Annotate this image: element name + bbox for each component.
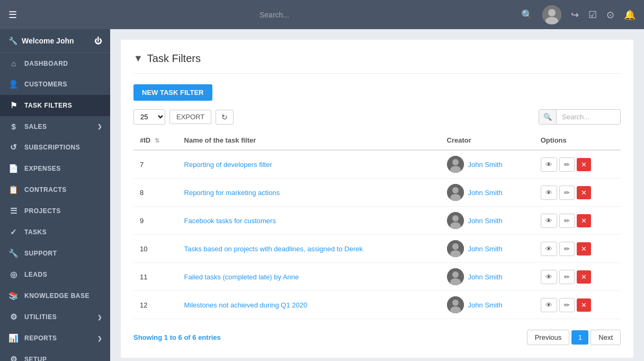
cell-creator: John Smith [441,150,534,179]
table-row: 10Tasks based on projects with deadlines… [133,235,621,263]
delete-button[interactable]: ✕ [577,158,591,171]
refresh-button[interactable]: ↻ [216,110,234,125]
sidebar-item-label: SUBSCRIPTIONS [24,144,80,151]
creator-name[interactable]: John Smith [468,245,503,253]
power-icon[interactable]: ⏻ [94,37,102,45]
svg-point-13 [452,243,459,250]
prev-button[interactable]: Previous [527,330,570,345]
creator-avatar [447,296,464,313]
table-row: 11Failed tasks (completed late) by AnneJ… [133,263,621,291]
sidebar-item-knowledge-base[interactable]: 📚 KNOWLEDGE BASE [0,285,110,306]
sidebar-item-dashboard[interactable]: ⌂ DASHBOARD [0,53,110,74]
view-button[interactable]: 👁 [541,157,557,172]
sidebar-item-projects[interactable]: ☰ PROJECTS [0,200,110,222]
export-button[interactable]: EXPORT [169,110,211,124]
knowledge-base-icon: 📚 [8,291,19,301]
sidebar-item-leads[interactable]: ◎ LEADS [0,264,110,285]
user-avatar[interactable] [542,5,561,24]
delete-button[interactable]: ✕ [577,214,591,227]
sidebar-item-contracts[interactable]: 📋 CONTRACTS [0,179,110,200]
task-filter-link[interactable]: Tasks based on projects with deadlines, … [184,245,363,253]
delete-button[interactable]: ✕ [577,186,591,199]
sidebar-item-label: SETUP [24,356,47,361]
delete-button[interactable]: ✕ [577,242,591,256]
sidebar-item-label: EXPENSES [24,165,61,172]
sidebar-item-label: SALES [24,123,47,130]
svg-point-10 [452,215,459,222]
creator-name[interactable]: John Smith [468,189,503,197]
new-task-filter-button[interactable]: NEW TASK FILTER [133,84,212,101]
col-name: Name of the task filter [178,131,441,150]
sidebar-item-reports[interactable]: 📊 REPORTS ❯ [0,328,110,349]
sidebar-item-tasks[interactable]: ✓ TASKS [0,222,110,243]
edit-button[interactable]: ✏ [559,186,575,200]
hamburger-icon[interactable]: ☰ [8,9,17,21]
task-filter-link[interactable]: Failed tasks (completed late) by Anne [184,273,299,281]
next-button[interactable]: Next [591,330,621,345]
table-search-input[interactable] [557,110,620,124]
task-filter-link[interactable]: Facebook tasks for customers [184,217,276,225]
notification-icon[interactable]: 🔔 [624,9,636,21]
view-button[interactable]: 👁 [541,270,557,284]
cell-options: 👁✏✕ [534,179,621,207]
utilities-icon: ⚙ [8,312,19,322]
view-button[interactable]: 👁 [541,186,557,200]
sidebar-item-customers[interactable]: 👤 CUSTOMERS [0,74,110,95]
content-card: ▼ Task Filters NEW TASK FILTER 25 50 100… [121,40,633,358]
expenses-icon: 📄 [8,164,19,173]
col-id[interactable]: #ID ⇅ [133,131,178,150]
cell-id: 11 [133,263,178,291]
creator-name[interactable]: John Smith [468,273,503,281]
sidebar-item-label: CONTRACTS [24,186,67,193]
cell-name: Tasks based on projects with deadlines, … [178,235,441,263]
sidebar-item-support[interactable]: 🔧 SUPPORT [0,243,110,264]
creator-name[interactable]: John Smith [468,301,503,309]
sidebar-item-utilities[interactable]: ⚙ UTILITIES ❯ [0,306,110,328]
view-button[interactable]: 👁 [541,214,557,228]
creator-avatar [447,156,464,173]
sidebar-item-label: TASKS [24,228,47,236]
task-filter-link[interactable]: Reporting of developers filter [184,161,272,169]
delete-button[interactable]: ✕ [577,298,591,312]
share-icon[interactable]: ↪ [571,9,579,21]
per-page-select[interactable]: 25 50 100 [133,109,165,125]
user-greeting: Welcome John [22,37,74,45]
reports-icon: 📊 [8,333,19,343]
edit-button[interactable]: ✏ [559,242,575,256]
edit-button[interactable]: ✏ [559,270,575,284]
search-icon[interactable]: 🔍 [521,9,533,21]
contracts-icon: 📋 [8,185,19,195]
sidebar-item-sales[interactable]: $ SALES ❯ [0,116,110,137]
sidebar-item-task-filters[interactable]: ⚑ TASK FILTERS [0,95,110,116]
setup-icon: ⚙ [8,355,19,361]
creator-name[interactable]: John Smith [468,161,503,169]
sales-icon: $ [8,122,19,131]
view-button[interactable]: 👁 [541,242,557,256]
edit-button[interactable]: ✏ [559,298,575,312]
creator-avatar [447,268,464,285]
view-button[interactable]: 👁 [541,298,557,312]
edit-button[interactable]: ✏ [559,157,575,172]
col-options: Options [534,131,621,150]
task-filter-link[interactable]: Reporting for marketing actions [184,189,280,197]
content-area: ▼ Task Filters NEW TASK FILTER 25 50 100… [110,29,644,361]
sidebar-item-subscriptions[interactable]: ↺ SUBSCRIPTIONS [0,137,110,158]
global-search-input[interactable] [195,11,354,19]
pagination-area: Showing 1 to 6 of 6 entries Previous 1 N… [133,330,621,345]
page-1-button[interactable]: 1 [571,330,588,345]
creator-avatar [447,212,464,229]
checkmark-icon[interactable]: ☑ [588,9,597,21]
sidebar-item-label: PROJECTS [24,207,61,215]
creator-name[interactable]: John Smith [468,217,503,225]
delete-button[interactable]: ✕ [577,270,591,284]
task-filters-table: #ID ⇅ Name of the task filter Creator Op… [133,131,621,319]
timer-icon[interactable]: ⊙ [606,9,614,21]
sort-icon-id: ⇅ [155,137,159,144]
edit-button[interactable]: ✏ [559,214,575,228]
main-layout: 🔧 Welcome John ⏻ ⌂ DASHBOARD 👤 CUSTOMERS… [0,29,644,361]
sales-arrow-icon: ❯ [97,124,102,129]
sidebar-item-setup[interactable]: ⚙ SETUP [0,349,110,361]
cell-options: 👁✏✕ [534,235,621,263]
task-filter-link[interactable]: Milestones not achieved during Q1 2020 [184,301,308,309]
sidebar-item-expenses[interactable]: 📄 EXPENSES [0,158,110,179]
